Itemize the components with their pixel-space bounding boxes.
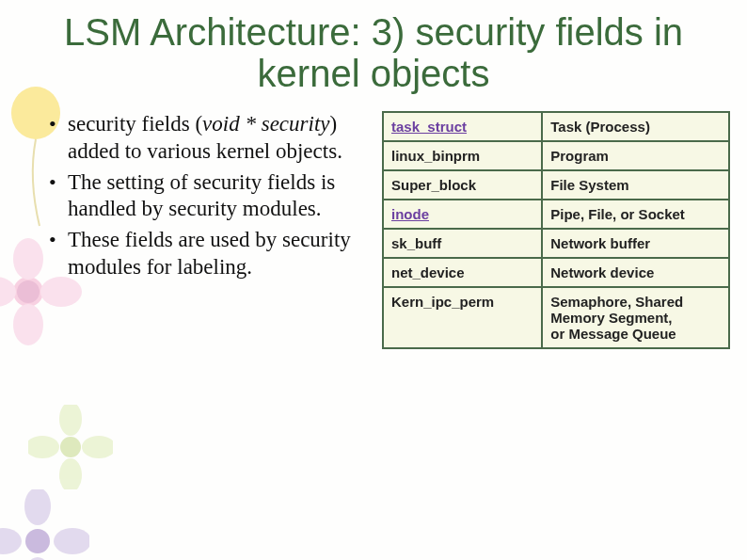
table-cell-desc: Network buffer	[542, 229, 729, 258]
table-row: Super_blockFile System	[383, 170, 729, 200]
flower-decoration	[28, 405, 113, 489]
svg-point-15	[0, 528, 22, 554]
table-row: sk_buffNetwork buffer	[383, 229, 729, 258]
svg-point-13	[54, 528, 89, 554]
table-row: net_deviceNetwork device	[383, 258, 729, 287]
table-cell-desc: Program	[542, 141, 729, 170]
bullet-item: These fields are used by security module…	[49, 227, 361, 281]
table-row: inodePipe, File, or Socket	[383, 200, 729, 229]
bullet-text: security fields (	[68, 112, 202, 136]
bullet-text: The setting of security fields is handle…	[68, 170, 335, 221]
table-cell-object: Super_block	[383, 170, 542, 200]
table-row: Kern_ipc_permSemaphore, Shared Memory Se…	[383, 287, 729, 348]
svg-point-16	[25, 529, 50, 553]
table-cell-object: task_struct	[383, 112, 542, 141]
table-cell-object: inode	[383, 200, 542, 229]
table-row: linux_binprmProgram	[383, 141, 729, 170]
svg-point-7	[59, 405, 82, 436]
svg-point-8	[82, 436, 113, 458]
table-cell-object: linux_binprm	[383, 141, 542, 170]
svg-point-10	[28, 436, 59, 458]
table-cell-desc: Network device	[542, 258, 729, 287]
flower-decoration	[0, 489, 89, 560]
svg-point-12	[24, 489, 51, 525]
table-row: task_structTask (Process)	[383, 112, 729, 141]
bullet-item: security fields (void * security) added …	[49, 111, 361, 166]
table-cell-desc: Task (Process)	[542, 112, 729, 141]
bullet-text: These fields are used by security module…	[68, 228, 351, 279]
fields-table-wrap: task_structTask (Process)linux_binprmPro…	[382, 111, 730, 349]
slide-title: LSM Architecture: 3) security fields in …	[0, 0, 747, 102]
bullet-italic: void * security	[202, 112, 329, 136]
bullet-item: The setting of security fields is handle…	[49, 169, 361, 224]
bullet-list: security fields (void * security) added …	[49, 111, 361, 349]
slide-body: security fields (void * security) added …	[0, 102, 747, 349]
object-link[interactable]: task_struct	[391, 119, 467, 135]
table-cell-object: sk_buff	[383, 229, 542, 258]
table-cell-desc: Pipe, File, or Socket	[542, 200, 729, 229]
table-cell-object: Kern_ipc_perm	[383, 287, 542, 348]
table-cell-desc: Semaphore, Shared Memory Segment, or Mes…	[542, 287, 729, 348]
svg-point-11	[60, 437, 81, 457]
svg-point-9	[59, 458, 82, 489]
table-cell-desc: File System	[542, 170, 729, 200]
fields-table: task_structTask (Process)linux_binprmPro…	[382, 111, 730, 349]
object-link[interactable]: inode	[391, 206, 429, 222]
table-cell-object: net_device	[383, 258, 542, 287]
